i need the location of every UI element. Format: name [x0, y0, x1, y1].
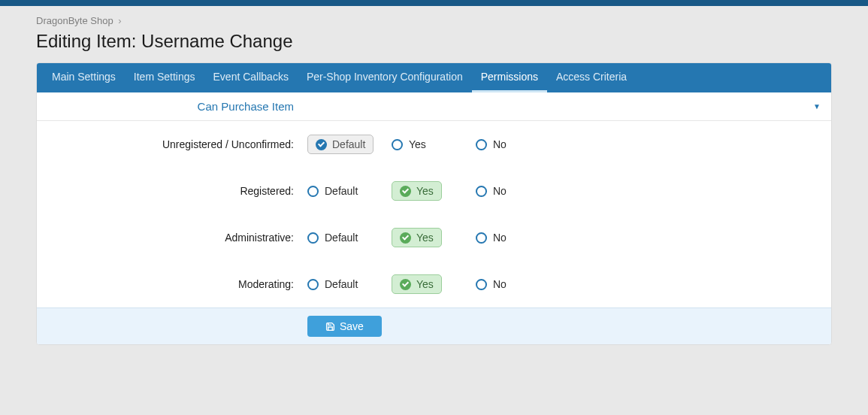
- option-yes[interactable]: Yes: [392, 228, 442, 247]
- option-no[interactable]: No: [476, 278, 560, 290]
- option-label: Yes: [409, 138, 426, 150]
- caret-down-icon: ▼: [813, 102, 821, 111]
- radio-icon: [392, 139, 403, 150]
- row-label: Administrative:: [47, 232, 307, 244]
- option-label: Yes: [416, 232, 434, 244]
- option-default[interactable]: Default: [307, 135, 374, 154]
- row-options: Default Yes No: [307, 181, 560, 201]
- save-label: Save: [340, 320, 364, 332]
- check-icon: [400, 232, 411, 244]
- permission-row: Registered: Default Yes: [37, 168, 831, 214]
- check-icon: [316, 139, 327, 150]
- check-icon: [400, 186, 411, 197]
- chevron-right-icon: ›: [118, 15, 121, 26]
- tab-item-settings[interactable]: Item Settings: [125, 63, 204, 92]
- option-yes[interactable]: Yes: [392, 138, 476, 150]
- radio-icon: [476, 186, 487, 197]
- save-button[interactable]: Save: [307, 316, 382, 337]
- row-label: Registered:: [47, 185, 307, 197]
- option-label: No: [493, 138, 507, 150]
- radio-icon: [307, 279, 319, 290]
- option-label: Default: [332, 138, 365, 150]
- option-no[interactable]: No: [476, 185, 560, 197]
- option-yes[interactable]: Yes: [392, 181, 442, 201]
- permission-row: Administrative: Default Yes: [37, 214, 831, 261]
- tab-access-criteria[interactable]: Access Criteria: [547, 63, 636, 92]
- option-default[interactable]: Default: [307, 278, 392, 290]
- option-label: Default: [325, 185, 358, 197]
- option-label: Yes: [416, 278, 434, 290]
- tabs: Main Settings Item Settings Event Callba…: [37, 63, 831, 92]
- option-label: No: [493, 278, 507, 290]
- section-title: Can Purchase Item: [47, 100, 307, 113]
- row-label: Moderating:: [47, 278, 307, 290]
- section-header[interactable]: Can Purchase Item ▼: [37, 92, 831, 121]
- permission-row: Unregistered / Unconfirmed: Default Yes: [37, 121, 831, 168]
- tab-event-callbacks[interactable]: Event Callbacks: [204, 63, 298, 92]
- option-label: Yes: [416, 185, 434, 197]
- radio-icon: [307, 232, 319, 244]
- radio-icon: [476, 232, 487, 244]
- radio-icon: [476, 279, 487, 290]
- option-default[interactable]: Default: [307, 232, 392, 244]
- option-no[interactable]: No: [476, 138, 560, 150]
- breadcrumb-parent[interactable]: DragonByte Shop: [36, 15, 113, 26]
- top-accent-bar: [0, 0, 868, 6]
- row-label: Unregistered / Unconfirmed:: [47, 138, 307, 150]
- radio-icon: [307, 186, 319, 197]
- option-label: Default: [325, 232, 358, 244]
- row-options: Default Yes No: [307, 135, 560, 154]
- tab-per-shop-inventory[interactable]: Per-Shop Inventory Configuration: [298, 63, 472, 92]
- option-default[interactable]: Default: [307, 185, 392, 197]
- option-yes[interactable]: Yes: [392, 274, 442, 294]
- breadcrumb: DragonByte Shop ›: [36, 15, 832, 26]
- option-label: Default: [325, 278, 358, 290]
- option-no[interactable]: No: [476, 232, 560, 244]
- page-title: Editing Item: Username Change: [36, 31, 832, 52]
- save-icon: [325, 322, 335, 332]
- check-icon: [400, 279, 411, 290]
- radio-icon: [476, 139, 487, 150]
- permission-row: Moderating: Default Yes: [37, 261, 831, 307]
- panel-footer: Save: [37, 307, 831, 344]
- row-options: Default Yes No: [307, 228, 560, 247]
- row-options: Default Yes No: [307, 274, 560, 294]
- tab-main-settings[interactable]: Main Settings: [43, 63, 125, 92]
- tab-permissions[interactable]: Permissions: [472, 63, 547, 92]
- panel: Main Settings Item Settings Event Callba…: [36, 62, 832, 345]
- option-label: No: [493, 232, 507, 244]
- option-label: No: [493, 185, 507, 197]
